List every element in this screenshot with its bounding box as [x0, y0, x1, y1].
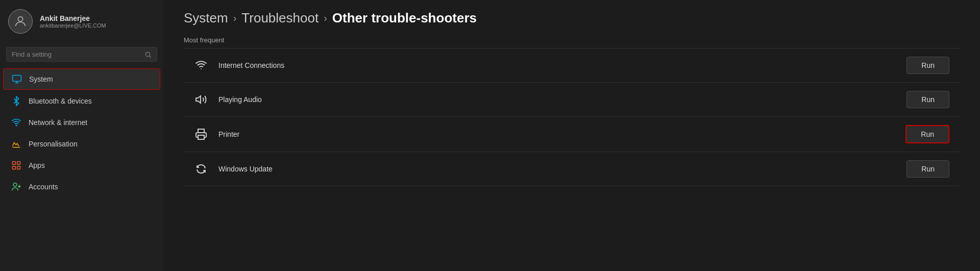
user-info: Ankit Banerjee ankitbanerjee@LIVE.COM [40, 14, 106, 29]
sidebar-item-system-label: System [29, 75, 53, 83]
network-icon [11, 117, 21, 128]
svg-point-1 [145, 52, 150, 56]
windows-update-label: Windows Update [218, 165, 896, 173]
windows-update-icon [194, 162, 208, 176]
svg-rect-11 [17, 166, 20, 169]
svg-point-6 [16, 125, 17, 126]
sidebar-item-apps[interactable]: Apps [3, 155, 160, 176]
list-item: Playing Audio Run [184, 83, 960, 117]
sidebar-item-personalisation[interactable]: Personalisation [3, 134, 160, 154]
sidebar-item-system[interactable]: System [3, 68, 160, 90]
breadcrumb: System › Troubleshoot › Other trouble-sh… [184, 10, 960, 26]
accounts-icon [11, 182, 21, 192]
search-input[interactable] [12, 51, 140, 58]
breadcrumb-sep-2: › [324, 12, 327, 24]
sidebar-item-apps-label: Apps [29, 161, 45, 169]
sidebar-item-bluetooth[interactable]: Bluetooth & devices [3, 91, 160, 111]
printer-icon [194, 127, 208, 141]
breadcrumb-current: Other trouble-shooters [332, 10, 477, 26]
apps-icon [11, 160, 21, 170]
run-windows-update-button[interactable]: Run [906, 160, 949, 178]
internet-connections-label: Internet Connections [218, 61, 896, 69]
user-email: ankitbanerjee@LIVE.COM [40, 22, 106, 29]
svg-rect-3 [13, 76, 21, 82]
playing-audio-icon [194, 92, 208, 107]
svg-rect-10 [13, 166, 16, 169]
svg-rect-8 [13, 162, 16, 165]
user-name: Ankit Banerjee [40, 14, 106, 22]
sidebar: Ankit Banerjee ankitbanerjee@LIVE.COM S [0, 0, 163, 271]
nav-items: System Bluetooth & devices Network & in [0, 68, 163, 198]
breadcrumb-system[interactable]: System [184, 10, 228, 26]
user-profile: Ankit Banerjee ankitbanerjee@LIVE.COM [0, 0, 163, 43]
avatar [8, 9, 33, 34]
breadcrumb-sep-1: › [233, 12, 237, 24]
search-icon [144, 51, 152, 58]
svg-point-12 [13, 183, 17, 187]
run-printer-button[interactable]: Run [905, 125, 949, 143]
sidebar-item-network[interactable]: Network & internet [3, 112, 160, 133]
monitor-icon [12, 74, 22, 84]
sidebar-item-personalisation-label: Personalisation [29, 140, 78, 148]
sidebar-item-network-label: Network & internet [29, 118, 87, 127]
svg-rect-15 [198, 135, 204, 139]
sidebar-item-bluetooth-label: Bluetooth & devices [29, 97, 92, 105]
list-item: Printer Run [184, 117, 960, 152]
main-content: System › Troubleshoot › Other trouble-sh… [163, 0, 980, 271]
bluetooth-icon [11, 96, 21, 106]
svg-line-2 [150, 56, 151, 57]
section-title: Most frequent [184, 36, 960, 44]
run-audio-button[interactable]: Run [906, 91, 949, 108]
search-box[interactable] [6, 47, 157, 62]
playing-audio-label: Playing Audio [218, 95, 896, 104]
run-internet-button[interactable]: Run [906, 57, 949, 74]
sidebar-item-accounts-label: Accounts [29, 183, 58, 191]
printer-label: Printer [218, 130, 895, 138]
troubleshooter-list: Internet Connections Run Playing Audio R… [184, 48, 960, 186]
svg-point-0 [18, 17, 22, 21]
list-item: Windows Update Run [184, 152, 960, 186]
svg-point-13 [201, 68, 202, 69]
breadcrumb-troubleshoot[interactable]: Troubleshoot [241, 10, 318, 26]
search-container [0, 43, 163, 68]
svg-marker-14 [196, 96, 201, 103]
internet-connections-icon [194, 58, 208, 72]
svg-rect-9 [17, 162, 20, 165]
sidebar-item-accounts[interactable]: Accounts [3, 177, 160, 197]
list-item: Internet Connections Run [184, 48, 960, 83]
personalisation-icon [11, 139, 21, 149]
